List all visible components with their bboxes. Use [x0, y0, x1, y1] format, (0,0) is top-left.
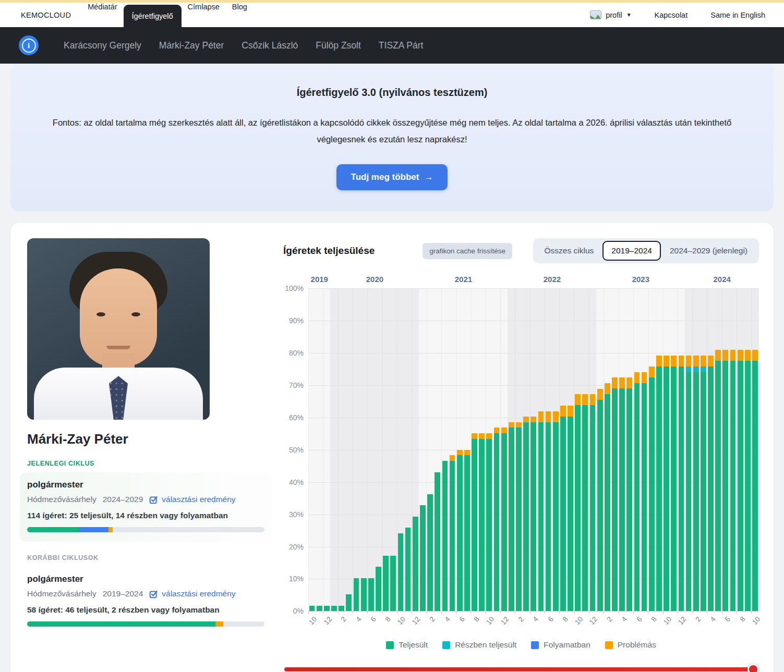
bar-segment: [450, 461, 455, 611]
previous-cycle-card: polgármester Hódmezővásárhely 2019–2024 …: [20, 567, 272, 636]
bar-segment: [530, 422, 536, 612]
bar-segment: [324, 606, 330, 612]
bar-segment: [634, 383, 640, 612]
topbar-tab[interactable]: Ígéretfigyelő: [124, 5, 182, 27]
x-axis-label: 8: [384, 615, 392, 624]
x-axis-label: 2: [517, 615, 525, 624]
bar-segment: [671, 356, 677, 366]
bar-slot-2020-11: [404, 288, 412, 611]
current-election-result-link[interactable]: választási eredmény: [149, 495, 235, 504]
bar-segment: [486, 439, 492, 612]
x-axis-label: 6: [723, 615, 732, 624]
slider-handle[interactable]: [747, 664, 759, 672]
stacked-bar-2022-09: [568, 406, 573, 611]
bar-slot-2024-09: [744, 288, 751, 611]
current-summary: 114 ígéret: 25 teljesült, 14 részben vag…: [27, 511, 264, 520]
stacked-bar-2021-01: [420, 505, 426, 611]
language-link[interactable]: Same in English: [710, 11, 765, 19]
bar-segment: [546, 422, 551, 612]
bar-segment: [464, 450, 470, 456]
kapcsolat-link[interactable]: Kapcsolat: [655, 11, 688, 19]
bar-segment: [656, 356, 662, 366]
x-axis-label: 4: [532, 615, 540, 624]
cycle-tab[interactable]: 2019–2024: [602, 241, 661, 261]
info-icon[interactable]: i: [19, 35, 39, 55]
stacked-bar-2023-03: [612, 377, 618, 611]
legend-item[interactable]: Folyamatban: [531, 640, 590, 650]
bar-segment: [472, 439, 477, 612]
bar-segment: [509, 422, 514, 428]
stacked-bar-2024-04: [708, 356, 714, 612]
nav-politician-link[interactable]: Fülöp Zsolt: [316, 40, 361, 51]
bar-segment: [752, 350, 758, 361]
bar-segment: [590, 394, 596, 405]
x-axis-label: 2: [340, 615, 348, 624]
x-axis-label: 12: [677, 615, 687, 626]
profile-menu[interactable]: profil ▼: [590, 10, 631, 19]
cycle-tab[interactable]: Összes ciklus: [536, 241, 603, 261]
bar-segment: [745, 361, 751, 611]
topbar: KEMOCLOUD MédiatárÍgéretfigyelőCímlapseB…: [0, 3, 784, 27]
bar-segment: [626, 377, 632, 388]
bar-segment: [457, 455, 463, 611]
bar-slot-2024-04: 4: [707, 288, 714, 611]
x-axis-label: 10: [307, 615, 318, 626]
progress-segment-green: [27, 527, 79, 532]
bar-slot-2024-06: 6: [722, 288, 729, 611]
legend-item[interactable]: Részben teljesült: [442, 640, 516, 650]
previous-cycles-heading: KORÁBBI CIKLUSOK: [27, 554, 264, 561]
bar-segment: [479, 433, 485, 439]
checkbox-check-icon: [149, 495, 158, 504]
bar-segment: [642, 372, 647, 383]
topbar-tab[interactable]: Címlapse: [182, 3, 226, 11]
legend-item[interactable]: Problémás: [605, 640, 656, 650]
bar-slot-2022-06: 6: [545, 288, 552, 611]
bar-segment: [383, 556, 389, 611]
bar-slot-2021-10: 10: [486, 288, 493, 611]
nav-politician-link[interactable]: Márki-Zay Péter: [159, 40, 224, 51]
topbar-tab[interactable]: Blog: [226, 3, 254, 11]
legend-label: Részben teljesült: [455, 640, 516, 650]
refresh-chart-cache-button[interactable]: grafikon cache frissítése: [423, 243, 512, 259]
nav-politician-link[interactable]: TISZA Párt: [379, 40, 424, 51]
stacked-bar-2020-07: [376, 567, 381, 611]
bar-slot-2024-05: [715, 288, 722, 611]
slider-track[interactable]: [284, 667, 755, 671]
x-axis-label: 8: [649, 615, 658, 624]
bar-slot-2023-08: 8: [648, 288, 655, 611]
legend-item[interactable]: Teljesült: [386, 640, 428, 650]
cycle-tab[interactable]: 2024–2029 (jelenlegi): [661, 241, 756, 261]
stacked-bar-2022-01: [509, 422, 514, 612]
stacked-bar-2024-05: [715, 350, 721, 611]
progress-segment-blue: [79, 527, 108, 532]
stacked-bar-2023-02: [605, 383, 610, 611]
topbar-tab[interactable]: Médiatár: [81, 3, 123, 11]
previous-progress-bar: [27, 621, 264, 627]
politician-name: Márki-Zay Péter: [27, 431, 264, 447]
bar-segment: [590, 405, 596, 611]
previous-election-result-link[interactable]: választási eredmény: [149, 589, 235, 598]
year-label: 2023: [632, 275, 649, 284]
y-axis-label: 20%: [289, 543, 304, 551]
bar-slot-2020-04: 4: [353, 288, 360, 611]
bar-slot-2022-03: [523, 288, 530, 611]
bar-slot-2021-08: 8: [471, 288, 478, 611]
bar-segment: [390, 556, 396, 611]
nav-politician-link[interactable]: Karácsony Gergely: [64, 40, 141, 51]
stacked-bar-2021-12: [501, 427, 507, 611]
bar-slot-2023-07: [641, 288, 648, 611]
stacked-bar-2023-09: [656, 356, 662, 612]
brand-logo[interactable]: KEMOCLOUD: [21, 11, 71, 19]
bar-segment: [501, 427, 507, 433]
bar-segment: [693, 366, 699, 372]
stacked-bar-2023-08: [649, 366, 655, 611]
y-axis-label: 80%: [289, 349, 304, 357]
nav-politician-link[interactable]: Csőzik László: [242, 40, 298, 51]
progress-segment-orange: [108, 527, 113, 532]
bar-segment: [435, 472, 440, 612]
stacked-bar-2020-02: [339, 606, 344, 612]
stacked-bar-2020-08: [383, 556, 389, 611]
learn-more-button[interactable]: Tudj meg többet →: [336, 164, 448, 190]
stacked-bar-2022-03: [523, 417, 529, 611]
promise-fulfillment-chart[interactable]: 100%90%80%70%60%50%40%30%20%10%0% 201920…: [283, 288, 759, 611]
